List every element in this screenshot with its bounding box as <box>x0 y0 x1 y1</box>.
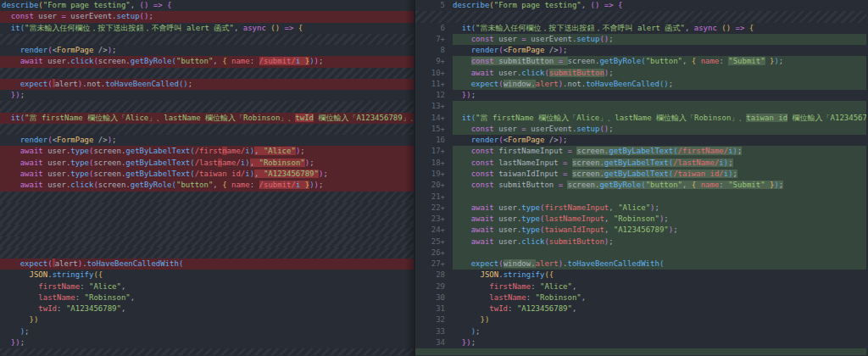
code-line-text: const taiwanIdInput = screen.getByLabelT… <box>453 169 866 180</box>
code-line[interactable]: render(<FormPage />); <box>0 45 414 56</box>
code-line-text: await user.type(screen.getByLabelText(/f… <box>0 146 414 157</box>
line-number: 23+ <box>415 214 453 225</box>
line-number: 12 <box>415 90 453 101</box>
code-line[interactable] <box>415 348 866 355</box>
code-line[interactable]: 6 it("當未輸入任何欄位，按下送出按鈕，不會呼叫 alert 函式", as… <box>415 23 866 34</box>
code-line[interactable]: await user.type(screen.getByLabelText(/l… <box>0 158 414 169</box>
code-line[interactable]: 13+ <box>415 101 866 112</box>
code-line-text: ); <box>0 326 414 337</box>
code-line[interactable]: 19+ const taiwanIdInput = screen.getByLa… <box>415 169 866 180</box>
code-line[interactable]: 8 render(<FormPage />); <box>415 45 866 56</box>
code-line-text: describe("Form page testing", () => { <box>0 0 414 11</box>
code-line[interactable]: 30 lastName: "Robinson", <box>415 292 866 303</box>
code-line[interactable]: 15+ const user = userEvent.setup(); <box>415 124 866 135</box>
code-line[interactable]: 31 twId: "A123456789", <box>415 303 866 314</box>
code-line-text: expect(alert).not.toHaveBeenCalled(); <box>0 79 414 90</box>
diff-filler-row <box>0 192 414 203</box>
code-line[interactable]: 21+ <box>415 192 866 203</box>
code-line-text: await user.type(screen.getByLabelText(/l… <box>0 158 414 169</box>
diff-filler-row <box>0 225 414 236</box>
code-line[interactable]: it("當未輸入任何欄位，按下送出按鈕，不會呼叫 alert 函式", asyn… <box>0 23 414 34</box>
code-line[interactable]: 33 ); <box>415 326 866 337</box>
line-number: 26+ <box>415 248 453 259</box>
code-line[interactable]: 34 }); <box>415 337 866 348</box>
code-line[interactable]: }); <box>0 337 414 348</box>
code-line[interactable]: await user.type(screen.getByLabelText(/t… <box>0 169 414 180</box>
code-line[interactable]: 32 }) <box>415 314 866 325</box>
code-line[interactable]: 27+ expect(window.alert).toHaveBeenCalle… <box>415 259 866 270</box>
code-line-text: await user.type(screen.getByLabelText(/t… <box>0 169 414 180</box>
line-number: 7+ <box>415 34 453 45</box>
code-line[interactable]: 14+ it("當 firstName 欄位輸入「Alice」、lastName… <box>415 113 866 124</box>
line-number: 21+ <box>415 192 453 203</box>
code-line-text: const lastNameInput = screen.getByLabelT… <box>453 158 866 169</box>
code-line-text: const user = userEvent.setup(); <box>453 124 866 135</box>
code-line-text: await user.click(submitButton); <box>453 68 866 79</box>
line-number: 17+ <box>415 146 453 157</box>
code-line-text: lastName: "Robinson", <box>0 292 414 303</box>
code-line[interactable]: expect(alert).toHaveBeenCalledWith( <box>0 259 414 270</box>
code-line[interactable]: 9+ const submitButton = screen.getByRole… <box>415 56 866 67</box>
code-line-text: const firstNameInput = screen.getByLabel… <box>453 146 866 157</box>
code-line[interactable]: 18+ const lastNameInput = screen.getByLa… <box>415 158 866 169</box>
code-line[interactable]: 24+ await user.type(taiwanIdInput, "A123… <box>415 225 866 236</box>
code-line[interactable]: ); <box>0 326 414 337</box>
diff-modified-pane[interactable]: 5describe("Form page testing", () => {6 … <box>415 0 866 356</box>
code-line[interactable]: 25+ await user.click(submitButton); <box>415 236 866 248</box>
code-line[interactable]: 22+ await user.type(firstNameInput, "Ali… <box>415 203 866 214</box>
code-line[interactable]: JSON.stringify({ <box>0 270 414 281</box>
code-line-text: }); <box>0 90 414 101</box>
diff-filler-row <box>0 348 414 355</box>
code-line-text: firstName: "Alice", <box>0 281 414 292</box>
code-line[interactable]: await user.click(screen.getByRole("butto… <box>0 56 414 67</box>
code-line[interactable]: describe("Form page testing", () => { <box>0 0 414 11</box>
code-line[interactable]: lastName: "Robinson", <box>0 292 414 303</box>
code-line[interactable]: await user.type(screen.getByLabelText(/f… <box>0 146 414 157</box>
code-line[interactable]: 11+ expect(window.alert).not.toHaveBeenC… <box>415 79 866 90</box>
code-line[interactable]: 10+ await user.click(submitButton); <box>415 68 866 79</box>
code-line[interactable]: 7+ const user = userEvent.setup(); <box>415 34 866 45</box>
diff-filler-row <box>0 203 414 214</box>
line-number: 33 <box>415 326 453 337</box>
code-line[interactable]: render(<FormPage />); <box>0 135 414 146</box>
code-line[interactable]: firstName: "Alice", <box>0 281 414 292</box>
code-line[interactable]: 12 }); <box>415 90 866 101</box>
line-number: 24+ <box>415 225 453 236</box>
diff-original-pane[interactable]: describe("Form page testing", () => { co… <box>0 0 415 356</box>
diff-filler-row <box>415 11 866 22</box>
code-line[interactable]: twId: "A123456789", <box>0 303 414 314</box>
code-line-text: }) <box>453 314 866 325</box>
code-line[interactable]: 20+ const submitButton = screen.getByRol… <box>415 180 866 191</box>
code-line[interactable]: 17+ const firstNameInput = screen.getByL… <box>415 146 866 157</box>
line-number: 15+ <box>415 124 453 135</box>
code-line[interactable]: it("當 firstName 欄位輸入「Alice」、lastName 欄位輸… <box>0 113 414 124</box>
code-line[interactable]: 28 JSON.stringify({ <box>415 270 866 281</box>
code-line[interactable]: }); <box>0 90 414 101</box>
code-line[interactable]: 29 firstName: "Alice", <box>415 281 866 292</box>
line-number: 18+ <box>415 158 453 169</box>
code-line-text <box>453 192 866 203</box>
code-line-text: it("當未輸入任何欄位，按下送出按鈕，不會呼叫 alert 函式", asyn… <box>0 23 414 34</box>
line-number: 31 <box>415 303 453 314</box>
code-line-text: it("當未輸入任何欄位，按下送出按鈕，不會呼叫 alert 函式", asyn… <box>453 23 866 34</box>
code-line[interactable]: 23+ await user.type(lastNameInput, "Robi… <box>415 214 866 225</box>
code-line-text: await user.type(lastNameInput, "Robinson… <box>453 214 866 225</box>
line-number: 13+ <box>415 101 453 112</box>
code-line[interactable]: 16 render(<FormPage />); <box>415 135 866 146</box>
diff-editor: describe("Form page testing", () => { co… <box>0 0 868 356</box>
diff-filler-row <box>0 214 414 225</box>
code-line[interactable]: 26+ <box>415 248 866 259</box>
code-line[interactable]: expect(alert).not.toHaveBeenCalled(); <box>0 79 414 90</box>
line-number: 19+ <box>415 169 453 180</box>
code-line[interactable]: const user = userEvent.setup(); <box>0 11 414 22</box>
code-line-text: lastName: "Robinson", <box>453 292 866 303</box>
code-line-text: twId: "A123456789", <box>453 303 866 314</box>
code-line-text: it("當 firstName 欄位輸入「Alice」、lastName 欄位輸… <box>0 113 414 124</box>
code-line-text: const user = userEvent.setup(); <box>453 34 866 45</box>
code-line[interactable]: 5describe("Form page testing", () => { <box>415 0 866 11</box>
code-line-text: render(<FormPage />); <box>0 135 414 146</box>
code-line[interactable]: await user.click(screen.getByRole("butto… <box>0 180 414 191</box>
code-line[interactable]: }) <box>0 314 414 325</box>
line-number: 16 <box>415 135 453 146</box>
code-line-text: describe("Form page testing", () => { <box>453 0 866 11</box>
